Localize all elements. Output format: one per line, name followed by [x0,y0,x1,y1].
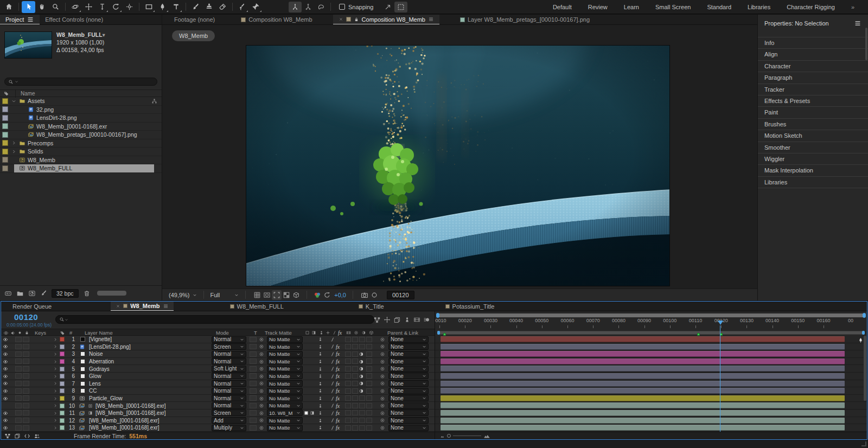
snap-marquee-button[interactable] [394,2,407,12]
fx-badge[interactable]: fx [336,358,340,366]
layer-bar-13[interactable] [441,425,845,431]
switch-cell[interactable] [359,425,365,431]
switch-cell[interactable] [352,381,358,386]
fx-badge[interactable]: fx [336,409,340,417]
switch-cell[interactable] [366,388,372,394]
workspace-libraries[interactable]: Libraries [739,0,778,14]
fx-badge[interactable]: fx [336,402,340,409]
quality-toggle-icon[interactable] [330,409,335,417]
switch-cell[interactable] [366,410,372,415]
layer-4-matte-select[interactable]: No Matte [267,358,303,364]
switch-cell[interactable] [352,425,358,431]
layer-6-matte-select[interactable]: No Matte [267,373,303,379]
track-matte-pickwhip-icon[interactable] [259,358,264,366]
timeline-tab-potassium-title[interactable]: Potassium_Title [441,302,500,311]
timeline-search-input[interactable] [55,315,374,324]
adjustment-layer-icon[interactable] [359,350,364,358]
solo-lock-cell[interactable] [23,388,29,394]
frame-blending-icon[interactable] [413,316,420,324]
layer-name[interactable]: Particle_Glow [89,395,123,402]
layer-8-parent-select[interactable]: None [388,388,429,394]
solo-lock-cell[interactable] [23,410,29,415]
mask-visibility-icon[interactable] [262,291,272,299]
shy-toggle-icon[interactable] [318,424,323,432]
switch-cell[interactable] [352,366,358,372]
matte-alpha-icon[interactable] [304,409,309,417]
snapping-checkbox[interactable] [339,4,345,10]
layer-11-parent-select[interactable]: None [388,409,429,416]
switch-cell[interactable] [352,395,358,401]
label-color-swatch[interactable] [2,140,8,146]
layer-11-mode-select[interactable]: Screen [212,409,246,416]
layer-name[interactable]: Lens [89,380,101,388]
layer-row-9[interactable]: 9Particle_GlowNormalNo MattefxNone [1,395,435,402]
layer-10-matte-select[interactable]: No Matte [267,402,303,409]
preserve-transparency-cell[interactable] [250,337,257,342]
panel-menu-icon[interactable] [163,303,169,309]
layer-bar-1[interactable] [441,336,845,342]
layer-3-matte-select[interactable]: No Matte [267,351,303,357]
track-matte-pickwhip-icon[interactable] [259,380,264,388]
live-update-icon[interactable] [384,316,391,324]
quality-toggle-icon[interactable] [330,336,335,343]
pan-camera-tool[interactable] [82,1,95,13]
layer-expand-arrow[interactable] [53,387,58,395]
parent-pickwhip-icon[interactable] [380,365,385,373]
shy-toggle-icon[interactable] [318,373,323,380]
switch-cell[interactable] [359,344,365,349]
preview-comp-name[interactable]: W8_Memb_FULL [56,31,103,38]
expressions-icon[interactable] [24,433,30,439]
project-item-w8-memb-0001-0168-exr[interactable]: W8_Memb_[0001-0168].exr [0,123,162,131]
world-axis-mode-button[interactable] [302,2,315,12]
switch-cell[interactable] [366,344,372,349]
shy-toggle-icon[interactable] [318,343,323,351]
timeline-tab-k-title[interactable]: K_Title [354,302,389,311]
properties-item-paragraph[interactable]: Paragraph [758,72,868,84]
layer-expand-arrow[interactable] [53,380,58,388]
eraser-tool[interactable] [216,1,229,13]
layer-visibility-toggle[interactable] [3,395,8,402]
layer-3-parent-select[interactable]: None [388,351,429,357]
solo-lock-cell[interactable] [23,418,29,423]
quality-toggle-icon[interactable] [330,373,335,380]
quality-toggle-icon[interactable] [330,417,335,425]
shy-toggle-icon[interactable] [318,336,323,343]
layer-color-swatch[interactable] [60,351,65,356]
pan-behind-tool[interactable] [123,1,136,13]
layer-visibility-toggle[interactable] [3,380,8,388]
switch-cell[interactable] [366,395,372,401]
layer-visibility-toggle[interactable] [3,343,8,351]
work-area-start-handle[interactable] [437,331,440,335]
layer-2-parent-select[interactable]: None [388,343,429,350]
project-item-lensdirt-28-png[interactable]: LensDirt-28.png [0,114,162,123]
hide-shy-layers-icon[interactable] [404,316,411,324]
adjustment-layer-icon[interactable] [359,387,364,395]
switch-cell[interactable] [366,403,372,408]
matte-luma-icon[interactable] [310,409,315,417]
layer-visibility-toggle[interactable] [3,387,8,395]
collapse-toggle-icon[interactable] [88,402,93,409]
layer-visibility-toggle[interactable] [3,424,8,432]
layer-expand-arrow[interactable] [53,402,58,409]
layer-color-swatch[interactable] [60,367,65,372]
layer-row-7[interactable]: 7LensNormalNo MattefxNone [1,380,435,388]
layer-visibility-toggle[interactable] [3,336,8,343]
tab-project[interactable]: Project [0,15,40,24]
layer-bar-5[interactable] [441,366,845,372]
layer-name[interactable]: [LensDirt-28.png] [89,343,131,351]
comp-marker-0[interactable] [443,333,446,336]
snapshot-icon[interactable] [360,291,369,299]
panel-menu-icon[interactable] [27,16,34,23]
zoom-tool[interactable] [49,1,62,13]
interpret-footage-icon[interactable] [4,290,12,297]
pen-tool[interactable] [156,1,169,13]
tab-effect-controls[interactable]: Effect Controls (none) [40,15,108,24]
fx-badge[interactable]: fx [336,417,340,425]
layer-bar-6[interactable] [441,373,845,379]
layer-9-mode-select[interactable]: Normal [212,395,246,401]
label-color-swatch[interactable] [2,98,8,104]
audio-toggle-cell[interactable] [15,337,22,342]
layer-bar-2[interactable] [441,344,845,350]
switch-cell[interactable] [366,359,372,364]
preserve-transparency-cell[interactable] [250,373,257,379]
